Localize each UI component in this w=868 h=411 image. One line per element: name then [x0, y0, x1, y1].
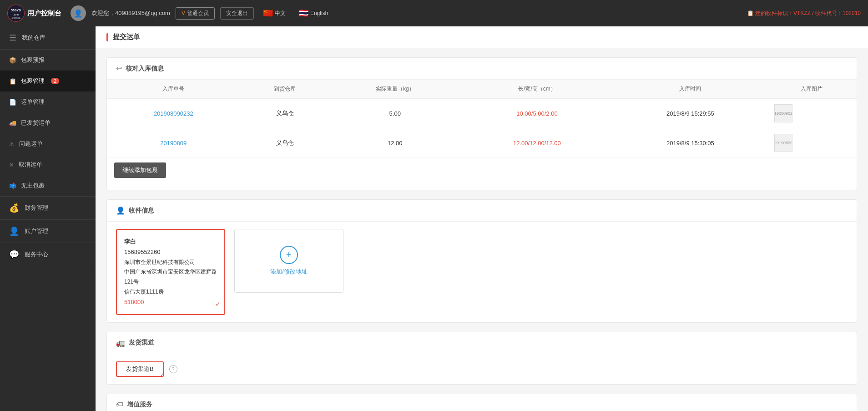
- logout-button[interactable]: 安全退出: [220, 7, 254, 20]
- channel-icon: 🚛: [116, 339, 125, 347]
- verify-section: ↩ 核对入库信息 入库单号 到货仓库 实际重量（kg） 长/宽/高（cm） 入库…: [106, 57, 857, 190]
- sidebar-item-shipped-waybill[interactable]: 🚚 已发货运单: [0, 112, 96, 133]
- receiver-phone: 15689552260: [124, 247, 217, 257]
- prebooking-icon: 📦: [9, 57, 16, 64]
- col-order-no: 入库单号: [107, 80, 240, 99]
- sidebar-item-service[interactable]: 💬 服务中心: [0, 243, 96, 266]
- channel-body: 发货渠道B ✓ ?: [107, 354, 857, 384]
- cell-dimensions: 12.00/12.00/12.00: [460, 128, 614, 158]
- cell-warehouse: 义乌仓: [240, 128, 330, 158]
- receiver-icon: 👤: [116, 206, 125, 215]
- receiver-section-title: 收件信息: [129, 207, 154, 215]
- page-header: 提交运单: [96, 26, 868, 48]
- image-thumbnail[interactable]: 20190809: [774, 134, 792, 152]
- cell-order-no: 20190809: [107, 128, 240, 158]
- address-body: 李白 15689552260 深圳市全景世纪科技有限公司 中国广东省深圳市宝安区…: [107, 222, 857, 322]
- svg-text:全景物流通: 全景物流通: [11, 17, 21, 19]
- sidebar-item-waybill-management[interactable]: 📄 运单管理: [0, 91, 96, 112]
- lang-en-button[interactable]: 🇹🇭 English: [295, 6, 332, 20]
- cell-image[interactable]: 20190809: [767, 128, 857, 158]
- cell-weight: 12.00: [330, 128, 460, 158]
- sidebar-item-package-management[interactable]: 📋 包裹管理 2: [0, 71, 96, 91]
- add-address-icon: +: [280, 246, 298, 264]
- channel-section-title: 发货渠道: [129, 339, 154, 347]
- col-dimensions: 长/宽/高（cm）: [460, 80, 614, 99]
- sidebar-item-account[interactable]: 👤 账户管理: [0, 220, 96, 243]
- welcome-text: 欢迎您，409889195@qq.com: [91, 9, 170, 17]
- control-label: 用户控制台: [27, 9, 61, 18]
- cell-dimensions: 10.00/5.00/2.00: [460, 99, 614, 128]
- sidebar-logistics-section: 📦 包裹预报 📋 包裹管理 2 📄 运单管理 🚚 已发货运单 ⚠ 问题运单: [0, 50, 96, 197]
- warehouse-icon: ☰: [9, 33, 16, 43]
- sidebar-service-section: 💬 服务中心: [0, 243, 96, 266]
- sidebar-item-no-master-package[interactable]: 📫 无主包裹: [0, 175, 96, 196]
- address-card-selected[interactable]: 李白 15689552260 深圳市全景世纪科技有限公司 中国广东省深圳市宝安区…: [116, 229, 225, 315]
- main-content: 提交运单 ↩ 核对入库信息 入库单号 到货仓库 实际重量（kg）: [96, 26, 868, 411]
- finance-icon: 💰: [9, 203, 19, 213]
- header: 56SYS .com 全景物流通 用户控制台 👤 欢迎您，409889195@q…: [0, 0, 868, 26]
- package-table-wrap: 入库单号 到货仓库 实际重量（kg） 长/宽/高（cm） 入库时间 入库图片 2…: [107, 80, 857, 190]
- col-time: 入库时间: [614, 80, 767, 99]
- no-master-icon: 📫: [9, 183, 16, 189]
- service-icon: 💬: [9, 249, 19, 259]
- layout: ☰ 我的仓库 📦 包裹预报 📋 包裹管理 2 📄 运单管理 🚚 已发货运单: [0, 26, 868, 411]
- channel-check-icon: ✓: [160, 371, 165, 378]
- cell-weight: 5.00: [330, 99, 460, 128]
- vip-badge[interactable]: V 普通会员: [176, 7, 215, 20]
- user-avatar: 👤: [71, 5, 86, 21]
- col-image: 入库图片: [767, 80, 857, 99]
- receiver-section-header: 👤 收件信息: [107, 200, 857, 222]
- channel-btn-wrap: 发货渠道B ✓: [116, 361, 164, 377]
- lang-cn-button[interactable]: 🇨🇳 中文: [259, 6, 289, 20]
- package-table: 入库单号 到货仓库 实际重量（kg） 长/宽/高（cm） 入库时间 入库图片 2…: [107, 80, 857, 158]
- sidebar-account-section: 👤 账户管理: [0, 220, 96, 243]
- col-warehouse: 到货仓库: [240, 80, 330, 99]
- channel-section-header: 🚛 发货渠道: [107, 332, 857, 354]
- col-weight: 实际重量（kg）: [330, 80, 460, 99]
- logo: 56SYS .com 全景物流通 用户控制台: [7, 5, 61, 22]
- sidebar-item-problem-waybill[interactable]: ⚠ 问题运单: [0, 133, 96, 154]
- cell-time: 2019/8/9 15:30:05: [614, 128, 767, 158]
- va-section-header: 🏷 增值服务: [107, 394, 857, 411]
- va-section-title: 增值服务: [127, 401, 152, 409]
- value-added-section: 🏷 增值服务 加固包装，8.00¥ 拍照，2.00¥ 换包装袋服务，1.00¥: [106, 394, 857, 411]
- receiver-section: 👤 收件信息 李白 15689552260 深圳市全景世纪科技有限公司 中国广东…: [106, 199, 857, 323]
- table-row: 20190809 义乌仓 12.00 12.00/12.00/12.00 201…: [107, 128, 857, 158]
- cell-image[interactable]: 201908090232: [767, 99, 857, 128]
- svg-text:56SYS: 56SYS: [11, 9, 21, 12]
- header-bar-decoration: [106, 33, 108, 41]
- channel-help-button[interactable]: ?: [169, 365, 177, 373]
- sidebar-finance-section: 💰 财务管理: [0, 197, 96, 220]
- sidebar-item-cancel-waybill[interactable]: ✕ 取消运单: [0, 154, 96, 175]
- add-package-button[interactable]: 继续添加包裹: [114, 162, 166, 178]
- va-icon: 🏷: [116, 401, 123, 409]
- package-badge: 2: [51, 78, 59, 84]
- receiver-info: 📋 您的收件标识：VTKZZ / 收件代号：102010: [747, 10, 861, 17]
- add-address-label: 添加/修改地址: [270, 268, 308, 276]
- sidebar: ☰ 我的仓库 📦 包裹预报 📋 包裹管理 2 📄 运单管理 🚚 已发货运单: [0, 26, 96, 411]
- table-row: 201908090232 义乌仓 5.00 10.00/5.00/2.00 20…: [107, 99, 857, 128]
- image-thumbnail[interactable]: 201908090232: [774, 104, 792, 122]
- receiver-postcode: 518000: [124, 297, 217, 307]
- verify-section-header: ↩ 核对入库信息: [107, 58, 857, 80]
- add-address-card[interactable]: + 添加/修改地址: [234, 229, 343, 293]
- logo-icon: 56SYS .com 全景物流通: [7, 5, 25, 22]
- receiver-address: 中国广东省深圳市宝安区龙华区建辉路121号: [124, 267, 217, 287]
- cell-order-no: 201908090232: [107, 99, 240, 128]
- verify-section-title: 核对入库信息: [126, 65, 164, 73]
- cn-flag-icon: 🇨🇳: [263, 8, 273, 18]
- receiver-name: 李白: [124, 236, 217, 247]
- address-selected-check-icon: ✓: [215, 299, 221, 310]
- problem-icon: ⚠: [9, 141, 15, 147]
- sidebar-item-my-warehouse[interactable]: ☰ 我的仓库: [0, 26, 96, 49]
- page-title: 提交运单: [113, 33, 140, 41]
- receiver-building: 信伟大厦1111房: [124, 287, 217, 297]
- cancel-icon: ✕: [9, 162, 14, 168]
- svg-text:.com: .com: [13, 13, 19, 16]
- package-icon: 📋: [9, 78, 16, 85]
- receiver-company: 深圳市全景世纪科技有限公司: [124, 258, 217, 268]
- channel-selected-button[interactable]: 发货渠道B: [116, 361, 164, 377]
- account-icon: 👤: [9, 226, 19, 236]
- sidebar-item-package-prebooking[interactable]: 📦 包裹预报: [0, 50, 96, 71]
- sidebar-item-finance[interactable]: 💰 财务管理: [0, 197, 96, 219]
